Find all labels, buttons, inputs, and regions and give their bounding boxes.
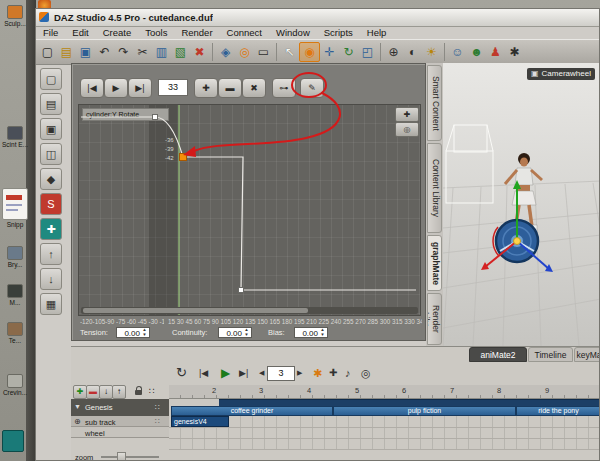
open-folder-icon[interactable]: ▤ bbox=[40, 93, 62, 115]
aniblock-tool-icon[interactable]: ✱ bbox=[313, 367, 322, 380]
title-bar[interactable]: DAZ Studio 4.5 Pro - cutedance.duf bbox=[36, 9, 600, 27]
tension-input[interactable]: 0.00▲▼ bbox=[116, 327, 150, 338]
desktop-icon-crevin[interactable]: Crevin... bbox=[0, 374, 30, 396]
collapse-arrow-icon[interactable]: ▼ bbox=[74, 403, 81, 410]
scale-tool-icon[interactable]: ◰ bbox=[358, 42, 377, 62]
tab-timeline[interactable]: Timeline bbox=[528, 347, 573, 362]
aniblock-coffee-grinder[interactable]: coffee grinder bbox=[171, 406, 333, 416]
graph-h-scroll-thumb[interactable] bbox=[83, 308, 308, 313]
graph-h-scrollbar[interactable] bbox=[81, 307, 418, 314]
selected-keyframe-point[interactable] bbox=[180, 154, 187, 161]
delete-key-button[interactable]: ▬ bbox=[218, 78, 242, 98]
move-track-up-button[interactable]: ↑ bbox=[112, 385, 126, 399]
new-file-icon[interactable]: ▢ bbox=[40, 68, 62, 90]
merge-icon[interactable]: ◫ bbox=[40, 143, 62, 165]
remove-track-button[interactable]: ▬ bbox=[86, 385, 100, 399]
tab-keymate[interactable]: keyMa bbox=[574, 347, 600, 362]
node-select-tool-icon[interactable]: ↖ bbox=[280, 42, 299, 62]
curve-graph[interactable]: cylinder:Y Rotate ✚ ◎ -36 -39 -42 bbox=[78, 104, 421, 316]
settings-icon[interactable]: ✱ bbox=[505, 42, 524, 62]
graph-frame-input[interactable]: 33 bbox=[158, 79, 188, 96]
menu-render[interactable]: Render bbox=[174, 27, 219, 38]
aniblock-pulp-fiction[interactable]: pulp fiction bbox=[333, 406, 516, 416]
undo-icon[interactable]: ↶ bbox=[95, 42, 114, 62]
palette-icon[interactable]: ◆ bbox=[40, 168, 62, 190]
aim-icon[interactable]: ◎ bbox=[235, 42, 254, 62]
track-row-subtrack[interactable]: ⊕ sub track ∷ bbox=[71, 416, 169, 427]
desktop-icon-snipp[interactable]: Snipp bbox=[0, 188, 30, 228]
track-row-wheel[interactable]: wheel bbox=[71, 427, 169, 438]
snip-icon[interactable]: S bbox=[40, 193, 62, 215]
pan-tool-icon[interactable]: ⊕ bbox=[384, 42, 403, 62]
keyframe-point[interactable] bbox=[153, 115, 158, 120]
save-file-icon[interactable]: ▣ bbox=[40, 118, 62, 140]
desktop-icon-sculp[interactable]: Sculp... bbox=[0, 5, 30, 27]
close-button[interactable]: ✖ bbox=[242, 78, 266, 98]
save-icon[interactable]: ▣ bbox=[76, 42, 95, 62]
cut-icon[interactable]: ✂ bbox=[133, 42, 152, 62]
continuity-input[interactable]: 0.00▲▼ bbox=[218, 327, 252, 338]
record-icon[interactable]: ◎ bbox=[361, 367, 371, 380]
tab-animate2[interactable]: aniMate2 bbox=[469, 347, 527, 362]
grip-dots-icon[interactable]: ∷ bbox=[155, 417, 160, 426]
desktop-icon-te[interactable]: Te... bbox=[0, 322, 30, 344]
spinner-arrows-icon[interactable]: ▲▼ bbox=[243, 328, 250, 337]
graph-goto-end-button[interactable]: ▶| bbox=[128, 78, 152, 98]
light-icon[interactable]: ☀ bbox=[422, 42, 441, 62]
redo-icon[interactable]: ↷ bbox=[114, 42, 133, 62]
add-track-button[interactable]: ✚ bbox=[73, 385, 87, 399]
scene-icon[interactable]: ◈ bbox=[216, 42, 235, 62]
loop-icon[interactable]: ↻ bbox=[176, 365, 187, 380]
zoom-slider-handle[interactable] bbox=[117, 452, 126, 461]
delete-icon[interactable]: ✖ bbox=[190, 42, 209, 62]
camera-icon[interactable]: ◐ bbox=[403, 42, 422, 62]
frame-next-icon[interactable]: ▶ bbox=[297, 369, 302, 377]
bias-input[interactable]: 0.00▲▼ bbox=[294, 327, 328, 338]
animate-play-icon[interactable]: ▶ bbox=[221, 366, 230, 380]
graph-play-button[interactable]: ▶ bbox=[104, 78, 128, 98]
aniblock-ride-the-pony[interactable]: ride the pony bbox=[516, 406, 600, 416]
paste-icon[interactable]: ▧ bbox=[171, 42, 190, 62]
tab-render-library[interactable]: Render Libr bbox=[427, 293, 442, 345]
animate-frame-input[interactable]: 3 bbox=[267, 366, 295, 381]
desktop-icon-bry[interactable]: Bry... bbox=[0, 246, 30, 268]
translate-tool-icon[interactable]: ✛ bbox=[320, 42, 339, 62]
copy-icon[interactable]: ▥ bbox=[152, 42, 171, 62]
tab-content-library[interactable]: Content Library bbox=[427, 143, 442, 233]
move-up-icon[interactable]: ↑ bbox=[40, 243, 62, 265]
move-track-down-button[interactable]: ↓ bbox=[99, 385, 113, 399]
add-key-button[interactable]: ✚ bbox=[194, 78, 218, 98]
move-down-icon[interactable]: ↓ bbox=[40, 268, 62, 290]
lock-icon[interactable] bbox=[135, 390, 142, 395]
pose-icon[interactable]: ♟ bbox=[486, 42, 505, 62]
keyframe-point[interactable] bbox=[239, 288, 244, 293]
add-block-icon[interactable]: ✚ bbox=[329, 367, 337, 378]
rotate-tool-icon[interactable]: ↻ bbox=[339, 42, 358, 62]
track-row-genesis[interactable]: ▼ Genesis ∷ bbox=[71, 399, 169, 416]
aniblock-genesisv4[interactable]: genesisV4 bbox=[171, 416, 229, 427]
tab-graphmate[interactable]: graphMate bbox=[427, 235, 442, 291]
timeline-ruler[interactable]: 2 3 4 5 6 7 8 9 bbox=[169, 385, 600, 399]
spinner-arrows-icon[interactable]: ▲▼ bbox=[319, 328, 326, 337]
expand-plus-icon[interactable]: ⊕ bbox=[74, 417, 81, 426]
viewport-3d[interactable]: ▣ Camerawheel bbox=[443, 63, 600, 346]
grip-dots-icon[interactable]: ∷ bbox=[155, 403, 160, 412]
animate-goto-end-icon[interactable]: ▶| bbox=[239, 368, 248, 378]
menu-create[interactable]: Create bbox=[96, 27, 139, 38]
camera-selector[interactable]: ▣ Camerawheel bbox=[527, 68, 595, 80]
key-button[interactable]: ⊶ bbox=[272, 78, 296, 98]
zoom-slider-track[interactable] bbox=[101, 456, 159, 458]
graph-goto-start-button[interactable]: |◀ bbox=[80, 78, 104, 98]
tab-smart-content[interactable]: Smart Content bbox=[427, 65, 442, 141]
frame-prev-icon[interactable]: ◀ bbox=[259, 369, 264, 377]
menu-edit[interactable]: Edit bbox=[65, 27, 95, 38]
desktop-icon-scint[interactable]: Scint E... bbox=[0, 126, 30, 148]
menu-scripts[interactable]: Scripts bbox=[317, 27, 360, 38]
actor-icon[interactable]: ☺ bbox=[448, 42, 467, 62]
actor2-icon[interactable]: ☻ bbox=[467, 42, 486, 62]
new-icon[interactable]: ▢ bbox=[38, 42, 57, 62]
menu-help[interactable]: Help bbox=[360, 27, 394, 38]
cube-icon[interactable]: ▦ bbox=[40, 293, 62, 315]
teal-tool-icon[interactable]: ✚ bbox=[40, 218, 62, 240]
menu-connect[interactable]: Connect bbox=[220, 27, 269, 38]
